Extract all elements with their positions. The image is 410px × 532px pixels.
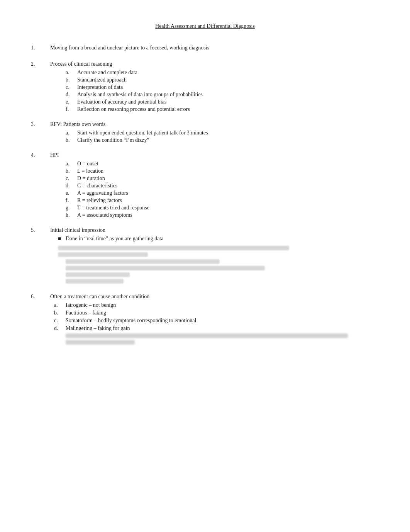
list-item: e. A = aggravating factors bbox=[50, 190, 379, 196]
sub-letter: d. bbox=[66, 92, 77, 98]
section-4-sublist: a. O = onset b. L = location c. D = dura… bbox=[50, 161, 379, 218]
sub-letter: a. bbox=[66, 130, 77, 136]
section-5-label: Initial clinical impression bbox=[50, 227, 379, 233]
sub-letter: h. bbox=[66, 212, 77, 218]
sub-letter: c. bbox=[66, 84, 77, 90]
list-item: a. Start with open ended question, let p… bbox=[50, 130, 379, 136]
list-item: g. T = treatments tried and response bbox=[50, 205, 379, 211]
sub-text: A = associated symptoms bbox=[77, 212, 132, 218]
sub-text: Standardized approach bbox=[77, 77, 127, 83]
list-item: 4. HPI a. O = onset b. L = location c. D… bbox=[31, 152, 379, 219]
section-5-num: 5. bbox=[31, 227, 50, 233]
blurred-footer bbox=[54, 333, 379, 345]
sub-text: Evaluation of accuracy and potential bia… bbox=[77, 99, 166, 105]
sub-letter: b. bbox=[54, 310, 66, 316]
sub-text: Interpretation of data bbox=[77, 84, 123, 90]
section-4-num: 4. bbox=[31, 152, 50, 158]
page-title: Health Assessment and Differential Diagn… bbox=[31, 23, 379, 29]
list-item: d. Analysis and synthesis of data into g… bbox=[50, 92, 379, 98]
list-item: d. C = characteristics bbox=[50, 183, 379, 189]
sub-letter: a. bbox=[66, 161, 77, 167]
list-item: f. R = relieving factors bbox=[50, 197, 379, 204]
sub-letter: e. bbox=[66, 99, 77, 105]
section-1-content: Moving from a broad and unclear picture … bbox=[50, 45, 379, 53]
section-4-content: HPI a. O = onset b. L = location c. D = … bbox=[50, 152, 379, 219]
section-2-num: 2. bbox=[31, 61, 50, 67]
section-3-num: 3. bbox=[31, 121, 50, 127]
sub-text: T = treatments tried and response bbox=[77, 205, 149, 211]
sub-text: O = onset bbox=[77, 161, 98, 167]
sub-text: Reflection on reasoning process and pote… bbox=[77, 106, 190, 112]
list-item: b. L = location bbox=[50, 168, 379, 174]
section-3-sublist: a. Start with open ended question, let p… bbox=[50, 130, 379, 143]
list-item: c. D = duration bbox=[50, 175, 379, 182]
section-1-label: Moving from a broad and unclear picture … bbox=[50, 45, 379, 51]
section-5-bullet-text: Done in “real time” as you are gathering… bbox=[66, 236, 163, 242]
sub-letter: d. bbox=[54, 325, 66, 331]
sub-letter: c. bbox=[66, 175, 77, 182]
section-6-header: 6. Often a treatment can cause another c… bbox=[31, 294, 379, 300]
sub-letter: a. bbox=[66, 70, 77, 76]
sub-letter: c. bbox=[54, 318, 66, 324]
section-5-content: Initial clinical impression ■ Done in “r… bbox=[50, 227, 379, 286]
list-item: a. O = onset bbox=[50, 161, 379, 167]
section-3-content: RFV: Patients own words a. Start with op… bbox=[50, 121, 379, 144]
list-item: a. Accurate and complete data bbox=[50, 70, 379, 76]
main-list: 1. Moving from a broad and unclear pictu… bbox=[31, 45, 379, 286]
list-item: 2. Process of clinical reasoning a. Accu… bbox=[31, 61, 379, 114]
list-item: f. Reflection on reasoning process and p… bbox=[50, 106, 379, 112]
sub-text: Somatoform – bodily symptoms correspondi… bbox=[66, 318, 196, 324]
section-1-num: 1. bbox=[31, 45, 50, 51]
list-item: c. Somatoform – bodily symptoms correspo… bbox=[54, 318, 379, 324]
sub-text: L = location bbox=[77, 168, 103, 174]
section-2-sublist: a. Accurate and complete data b. Standar… bbox=[50, 70, 379, 112]
sub-text: Start with open ended question, let pati… bbox=[77, 130, 208, 136]
bullet-icon: ■ bbox=[58, 236, 66, 242]
section-5-bullet: ■ Done in “real time” as you are gatheri… bbox=[50, 236, 379, 242]
section-3-label: RFV: Patients own words bbox=[50, 121, 379, 127]
section-6: 6. Often a treatment can cause another c… bbox=[31, 294, 379, 345]
sub-text: Analysis and synthesis of data into grou… bbox=[77, 92, 203, 98]
sub-text: Accurate and complete data bbox=[77, 70, 137, 76]
section-6-label: Often a treatment can cause another cond… bbox=[50, 294, 149, 300]
sub-letter: a. bbox=[54, 302, 66, 308]
sub-letter: b. bbox=[66, 168, 77, 174]
list-item: b. Standardized approach bbox=[50, 77, 379, 83]
sub-text: Iatrogenic – not benign bbox=[66, 302, 116, 308]
list-item: e. Evaluation of accuracy and potential … bbox=[50, 99, 379, 105]
sub-letter: e. bbox=[66, 190, 77, 196]
sub-letter: f. bbox=[66, 106, 77, 112]
sub-letter: g. bbox=[66, 205, 77, 211]
sub-letter: b. bbox=[66, 77, 77, 83]
list-item: a. Iatrogenic – not benign bbox=[54, 302, 379, 308]
section-6-num: 6. bbox=[31, 294, 50, 300]
list-item: c. Interpretation of data bbox=[50, 84, 379, 90]
list-item: b. Clarify the condition “I’m dizzy” bbox=[50, 137, 379, 143]
list-item: d. Malingering – faking for gain bbox=[54, 325, 379, 331]
sub-text: Malingering – faking for gain bbox=[66, 325, 130, 331]
sub-text: D = duration bbox=[77, 175, 105, 182]
section-6-sublist: a. Iatrogenic – not benign b. Factitious… bbox=[31, 302, 379, 345]
list-item: 3. RFV: Patients own words a. Start with… bbox=[31, 121, 379, 144]
list-item: h. A = associated symptoms bbox=[50, 212, 379, 218]
list-item: b. Factitious – faking bbox=[54, 310, 379, 316]
sub-text: R = relieving factors bbox=[77, 197, 122, 204]
section-4-label: HPI bbox=[50, 152, 379, 158]
list-item: 5. Initial clinical impression ■ Done in… bbox=[31, 227, 379, 286]
section-2-label: Process of clinical reasoning bbox=[50, 61, 379, 67]
sub-text: A = aggravating factors bbox=[77, 190, 128, 196]
list-item: 1. Moving from a broad and unclear pictu… bbox=[31, 45, 379, 53]
sub-text: C = characteristics bbox=[77, 183, 117, 189]
sub-letter: d. bbox=[66, 183, 77, 189]
sub-letter: b. bbox=[66, 137, 77, 143]
blurred-content-1 bbox=[50, 246, 379, 284]
sub-text: Clarify the condition “I’m dizzy” bbox=[77, 137, 149, 143]
section-2-content: Process of clinical reasoning a. Accurat… bbox=[50, 61, 379, 114]
sub-letter: f. bbox=[66, 197, 77, 204]
sub-text: Factitious – faking bbox=[66, 310, 106, 316]
